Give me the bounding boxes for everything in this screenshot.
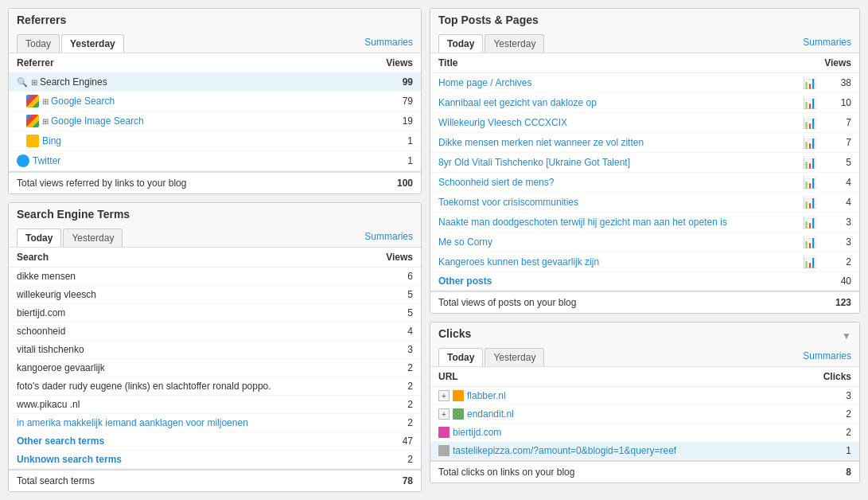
collapse-icon[interactable]: ▼ xyxy=(842,330,851,342)
expand-icon[interactable]: ⊞ xyxy=(42,97,49,106)
referrers-col-views: Views xyxy=(386,57,413,68)
clicks-tab-yesterday[interactable]: Yesterday xyxy=(485,348,544,366)
favicon-flabber xyxy=(453,390,464,401)
post-link[interactable]: Home page / Archives xyxy=(438,77,531,88)
list-item: Home page / Archives 📊 38 xyxy=(430,73,859,93)
favicon-biertijd xyxy=(438,427,450,438)
table-row: Bing 1 xyxy=(9,131,421,151)
clicks-col-clicks: Clicks xyxy=(823,371,851,382)
clicks-summaries-link[interactable]: Summaries xyxy=(803,350,851,366)
favicon-tastelikepizza xyxy=(438,445,450,456)
bar-chart-icon[interactable]: 📊 xyxy=(803,176,816,189)
url-expand-icon[interactable]: + xyxy=(438,408,450,420)
top-posts-tab-today[interactable]: Today xyxy=(438,34,483,53)
post-link[interactable]: Willekeurig Vleesch CCCXCIX xyxy=(438,117,567,128)
referrer-link[interactable]: Google Search xyxy=(51,96,115,107)
clicks-header: Clicks ▼ Today Yesterday Summaries xyxy=(430,322,859,367)
post-link[interactable]: Naakte man doodgeschoten terwijl hij gez… xyxy=(438,217,727,228)
bar-chart-icon[interactable]: 📊 xyxy=(803,136,816,149)
referrers-header: Referrers Today Yesterday Summaries xyxy=(9,9,421,53)
top-posts-content: Title Views Home page / Archives 📊 38 Ka… xyxy=(430,53,859,313)
referrers-tab-today[interactable]: Today xyxy=(17,34,60,53)
search-terms-tab-yesterday[interactable]: Yesterday xyxy=(63,229,123,247)
top-posts-tab-yesterday[interactable]: Yesterday xyxy=(485,34,544,53)
bar-chart-icon[interactable]: 📊 xyxy=(803,196,816,209)
search-term-label: www.pikacu .nl xyxy=(17,399,389,410)
post-link[interactable]: Schoonheid siert de mens? xyxy=(438,177,554,188)
list-item: + flabber.nl 3 xyxy=(430,387,859,405)
top-posts-col-views: Views xyxy=(824,57,851,68)
referrers-total-row: Total views referred by links to your bl… xyxy=(9,171,421,193)
search-term-views: 5 xyxy=(389,307,413,318)
post-link[interactable]: Kangeroes kunnen best gevaarlijk zijn xyxy=(438,256,599,268)
search-terms-table-header: Search Views xyxy=(9,248,421,268)
list-item: schoonheid 4 xyxy=(9,322,421,341)
referrer-link[interactable]: Google Image Search xyxy=(51,115,144,127)
click-url-link[interactable]: flabber.nl xyxy=(467,390,506,401)
clicks-total-value: 8 xyxy=(846,467,851,478)
unknown-search-terms-link[interactable]: Unknown search terms xyxy=(17,454,122,465)
post-views: 10 xyxy=(827,97,851,108)
bar-chart-icon[interactable]: 📊 xyxy=(803,96,816,109)
other-search-terms-link[interactable]: Other search terms xyxy=(17,436,104,447)
referrer-link[interactable]: Bing xyxy=(42,135,61,146)
list-item: in amerika makkelijk iemand aanklagen vo… xyxy=(9,414,421,432)
post-views: 3 xyxy=(827,217,851,228)
url-expand-icon[interactable]: + xyxy=(438,390,450,401)
post-link[interactable]: Dikke mensen merken niet wanneer ze vol … xyxy=(438,137,644,148)
search-terms-tab-today[interactable]: Today xyxy=(17,229,61,247)
click-count: 2 xyxy=(827,408,851,420)
referrer-label: Search Engines xyxy=(40,76,107,88)
click-url-link[interactable]: tastelikepizza.com/?amount=0&blogid=1&qu… xyxy=(453,445,676,456)
top-posts-summaries-link[interactable]: Summaries xyxy=(803,37,851,53)
favicon-endandit xyxy=(453,408,464,420)
clicks-tab-today[interactable]: Today xyxy=(438,348,483,366)
search-term-label: foto's dader rudy eugene (links) en slac… xyxy=(17,381,389,392)
referrers-tab-yesterday[interactable]: Yesterday xyxy=(61,34,124,53)
search-terms-title: Search Engine Terms xyxy=(17,208,130,225)
click-url-link[interactable]: endandit.nl xyxy=(467,408,514,420)
post-link[interactable]: Kannibaal eet gezicht van dakloze op xyxy=(438,97,597,108)
list-item: Kannibaal eet gezicht van dakloze op 📊 1… xyxy=(430,93,859,113)
bar-chart-icon[interactable]: 📊 xyxy=(803,156,816,169)
search-term-label: in amerika makkelijk iemand aanklagen vo… xyxy=(17,417,389,428)
search-term-label: dikke mensen xyxy=(17,271,389,282)
bar-chart-icon[interactable]: 📊 xyxy=(803,236,816,248)
post-views: 3 xyxy=(827,236,851,248)
click-url-link[interactable]: biertijd.com xyxy=(453,427,501,438)
unknown-search-terms-value: 2 xyxy=(389,454,413,465)
click-count: 3 xyxy=(827,390,851,401)
referrer-views: 19 xyxy=(389,115,413,127)
other-posts-value: 40 xyxy=(827,275,851,287)
referrers-summaries-link[interactable]: Summaries xyxy=(364,37,413,53)
list-item: biertijd.com 5 xyxy=(9,304,421,322)
clicks-tabs: Today Yesterday xyxy=(438,348,546,366)
post-link[interactable]: Toekomst voor crisiscommunities xyxy=(438,197,578,208)
referrer-link[interactable]: Twitter xyxy=(33,155,60,166)
list-item: Naakte man doodgeschoten terwijl hij gez… xyxy=(430,213,859,232)
post-link[interactable]: Me so Corny xyxy=(438,236,492,248)
search-terms-header: Search Engine Terms Today Yesterday Summ… xyxy=(9,203,421,248)
referrers-content: Referrer Views 🔍 ⊞ Search Engines 99 xyxy=(9,53,421,193)
search-terms-total-value: 78 xyxy=(403,475,413,486)
list-item: Schoonheid siert de mens? 📊 4 xyxy=(430,173,859,193)
list-item: foto's dader rudy eugene (links) en slac… xyxy=(9,377,421,396)
top-posts-tabs: Today Yesterday xyxy=(438,34,546,53)
expand-icon[interactable]: ⊞ xyxy=(42,117,49,126)
referrers-panel: Referrers Today Yesterday Summaries Refe… xyxy=(8,8,422,194)
other-posts-link[interactable]: Other posts xyxy=(438,275,492,287)
search-terms-summaries-link[interactable]: Summaries xyxy=(364,231,413,247)
bar-chart-icon[interactable]: 📊 xyxy=(803,116,816,129)
bar-chart-icon[interactable]: 📊 xyxy=(803,216,816,229)
search-term-label: vitali tishchenko xyxy=(17,344,389,355)
search-term-label: kangoeroe gevaarlijk xyxy=(17,362,389,373)
bar-chart-icon[interactable]: 📊 xyxy=(803,76,816,89)
post-link[interactable]: 8yr Old Vitali Tishchenko [Ukraine Got T… xyxy=(438,157,630,168)
referrer-views: 99 xyxy=(389,76,413,88)
post-views: 38 xyxy=(827,77,851,88)
list-item: Willekeurig Vleesch CCCXCIX 📊 7 xyxy=(430,113,859,133)
search-term-views: 4 xyxy=(389,326,413,337)
search-icon: 🔍 xyxy=(17,77,28,88)
bar-chart-icon[interactable]: 📊 xyxy=(803,256,816,268)
expand-icon[interactable]: ⊞ xyxy=(31,78,37,87)
